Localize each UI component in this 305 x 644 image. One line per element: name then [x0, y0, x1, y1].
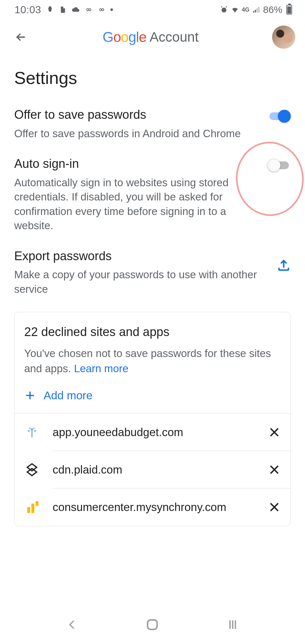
remove-site-button[interactable]: [268, 463, 281, 476]
status-bar: 10:03 4G 86%: [0, 0, 305, 19]
setting-desc: Automatically sign in to websites using …: [14, 176, 258, 233]
network-label: 4G: [242, 6, 249, 13]
profile-avatar[interactable]: [272, 26, 295, 49]
notification-icon: [46, 5, 54, 14]
app-header: Google Account: [0, 19, 305, 55]
infinity-icon-2: [97, 5, 106, 14]
setting-title: Export passwords: [14, 249, 267, 264]
setting-auto-signin: Auto sign-in Automatically sign in to we…: [14, 156, 291, 233]
auto-signin-toggle[interactable]: [268, 159, 291, 172]
nav-home-button[interactable]: [143, 615, 162, 634]
setting-export-passwords: Export passwords Make a copy of your pas…: [14, 249, 291, 297]
header-title: Account: [150, 29, 199, 45]
setting-title: Auto sign-in: [14, 156, 258, 172]
wifi-icon: [231, 5, 239, 14]
setting-title: Offer to save passwords: [14, 107, 258, 123]
remove-site-button[interactable]: [268, 501, 281, 514]
lattice-icon: [24, 462, 40, 477]
bars-icon: [24, 499, 40, 515]
setting-desc: Offer to save passwords in Android and C…: [14, 127, 258, 141]
site-row: app.youneedabudget.com: [15, 414, 290, 451]
offer-save-toggle[interactable]: [268, 110, 291, 123]
back-button[interactable]: [13, 29, 29, 45]
remove-site-button[interactable]: [268, 426, 281, 439]
alarm-icon: [220, 5, 228, 14]
site-domain: cdn.plaid.com: [53, 463, 268, 476]
setting-desc: Make a copy of your passwords to use wit…: [14, 268, 267, 296]
page-title: Settings: [14, 68, 291, 88]
add-more-button[interactable]: Add more: [24, 387, 281, 404]
site-row: consumercenter.mysynchrony.com: [15, 488, 290, 526]
signal-icon: [252, 5, 260, 14]
declined-site-list: app.youneedabudget.com cdn.plaid.com con…: [15, 413, 290, 526]
site-domain: app.youneedabudget.com: [53, 426, 268, 439]
google-logo: Google: [103, 29, 147, 45]
cloud-icon: [72, 5, 80, 14]
export-icon[interactable]: [277, 258, 291, 272]
battery-icon: [286, 5, 292, 15]
tree-icon: [24, 424, 40, 440]
svg-point-3: [34, 430, 36, 432]
svg-point-2: [28, 430, 30, 432]
svg-rect-8: [31, 504, 34, 513]
svg-point-1: [31, 428, 33, 431]
setting-offer-save-passwords: Offer to save passwords Offer to save pa…: [14, 107, 291, 141]
nav-recents-button[interactable]: [223, 615, 242, 634]
svg-rect-7: [27, 507, 30, 513]
more-notifications-dot: [110, 8, 113, 11]
evernote-icon: [59, 5, 67, 14]
infinity-icon: [85, 5, 93, 14]
plus-icon: [24, 390, 36, 401]
site-row: cdn.plaid.com: [15, 451, 290, 488]
svg-rect-6: [31, 431, 33, 437]
status-time: 10:03: [15, 4, 41, 16]
content-area: Settings Offer to save passwords Offer t…: [0, 55, 305, 526]
nav-back-button[interactable]: [63, 615, 82, 634]
declined-desc: You've chosen not to save passwords for …: [24, 346, 281, 376]
learn-more-link[interactable]: Learn more: [74, 363, 128, 374]
system-nav-bar: [0, 605, 305, 644]
site-domain: consumercenter.mysynchrony.com: [53, 501, 268, 514]
svg-point-4: [29, 427, 31, 429]
add-more-label: Add more: [44, 389, 93, 402]
battery-percent: 86%: [263, 4, 282, 15]
svg-rect-10: [148, 620, 157, 629]
svg-point-5: [33, 427, 35, 429]
svg-point-0: [221, 8, 226, 13]
declined-title: 22 declined sites and apps: [24, 325, 281, 339]
back-arrow-icon: [14, 30, 28, 44]
declined-sites-card: 22 declined sites and apps You've chosen…: [14, 312, 291, 526]
svg-rect-9: [36, 501, 38, 506]
